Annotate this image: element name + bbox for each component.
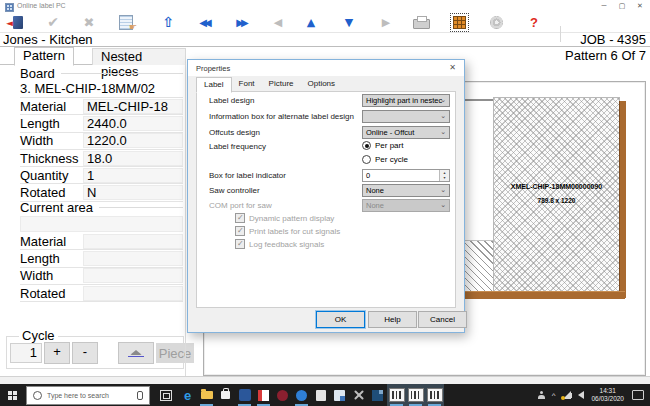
taskbar-app-redwhite[interactable] bbox=[254, 384, 273, 406]
properties-dialog: Properties ✕ Label Font Picture Options … bbox=[187, 59, 465, 333]
help-button[interactable]: ? bbox=[522, 13, 546, 31]
first-pattern-button[interactable]: ◀◀ bbox=[192, 13, 219, 31]
tab-label[interactable]: Label bbox=[196, 77, 232, 93]
row-label: Material bbox=[20, 234, 83, 249]
task-view-button[interactable] bbox=[160, 390, 172, 401]
taskbar-file-explorer[interactable] bbox=[197, 384, 216, 406]
edit-label-button[interactable]: ☛ bbox=[114, 13, 138, 31]
ok-button[interactable]: OK bbox=[316, 311, 365, 328]
row-label: Width bbox=[20, 268, 83, 283]
per-part-radio[interactable]: Per part bbox=[362, 141, 403, 150]
table-row: Length 2440.0 bbox=[20, 115, 183, 132]
tab-nested-pieces[interactable]: Nested pieces bbox=[92, 48, 186, 65]
cycle-decrement-button[interactable]: - bbox=[72, 342, 98, 364]
dialog-tab-strip: Label Font Picture Options bbox=[196, 77, 342, 91]
minimize-button[interactable]: ─ bbox=[596, 0, 612, 12]
edge-icon: e bbox=[184, 388, 191, 403]
cancel-button[interactable]: ✖ bbox=[77, 13, 101, 31]
taskbar-search[interactable]: Type here to search bbox=[26, 386, 150, 405]
dialog-close-icon[interactable]: ✕ bbox=[449, 63, 456, 72]
send-up-button[interactable]: ⇧ bbox=[156, 13, 180, 31]
board-selector[interactable]: 3. MEL-CHIP-18MM/02 bbox=[20, 81, 183, 98]
maximize-button[interactable]: ▢ bbox=[614, 0, 630, 12]
speaker-icon[interactable] bbox=[578, 391, 584, 399]
panel-divider bbox=[185, 63, 186, 376]
taskbar-label-window-1[interactable] bbox=[387, 384, 406, 406]
mound-underline bbox=[128, 356, 144, 357]
current-area-legend-text: Current area bbox=[20, 200, 93, 215]
dark-blue-app-icon bbox=[372, 390, 383, 401]
toolbar: ◄ ✔ ✖ ☛ ⇧ ◀◀ ▶▶ ◀ ▲ ▼ ▶ ? bbox=[0, 12, 650, 33]
taskbar-app-whiteblue[interactable] bbox=[330, 384, 349, 406]
current-area-legend: Current area bbox=[20, 200, 183, 215]
tools-icon bbox=[353, 389, 365, 401]
close-button[interactable]: ✕ bbox=[632, 0, 648, 12]
tab-options[interactable]: Options bbox=[301, 77, 343, 90]
next-pattern-button[interactable]: ▶ bbox=[374, 13, 398, 31]
job-number: JOB - 4395 bbox=[580, 32, 646, 47]
tab-picture[interactable]: Picture bbox=[262, 77, 301, 90]
saw-controller-label: Saw controller bbox=[209, 186, 260, 195]
label-window-icon bbox=[389, 388, 405, 402]
dialog-content-panel: Label design Highlight part in nestec In… bbox=[196, 91, 456, 308]
dialog-title-bar[interactable]: Properties ✕ bbox=[188, 60, 464, 76]
pattern-grid-button[interactable] bbox=[447, 13, 471, 31]
tray-chevron-icon[interactable]: ^ bbox=[552, 391, 556, 400]
taskbar-app-blue[interactable] bbox=[235, 384, 254, 406]
cycle-increment-button[interactable]: + bbox=[44, 342, 70, 364]
previous-pattern-button[interactable]: ◀ bbox=[266, 13, 290, 31]
piece-stack-button[interactable] bbox=[118, 342, 154, 364]
taskbar: Type here to search e ^ 14:31 06/03/2020 bbox=[0, 384, 650, 406]
taskbar-app-maroon[interactable] bbox=[273, 384, 292, 406]
exit-button[interactable]: ◄ bbox=[6, 13, 30, 31]
per-cycle-radio[interactable]: Per cycle bbox=[362, 155, 408, 164]
taskbar-edge[interactable]: e bbox=[178, 384, 197, 406]
piece-label: Piece bbox=[156, 343, 194, 363]
info-box-select[interactable] bbox=[362, 110, 450, 123]
red-white-app-icon bbox=[258, 390, 269, 401]
cycle-count-field[interactable]: 1 bbox=[10, 343, 42, 363]
tab-pattern[interactable]: Pattern bbox=[14, 47, 74, 66]
row-value: 1 bbox=[83, 168, 183, 183]
box-indicator-label: Box for label indicator bbox=[209, 171, 286, 180]
help-button-dialog[interactable]: Help bbox=[368, 311, 417, 328]
current-area-empty-cell bbox=[20, 216, 183, 232]
row-value: 2440.0 bbox=[83, 116, 183, 131]
offcuts-design-label: Offcuts design bbox=[209, 128, 260, 137]
people-tray-icon[interactable] bbox=[538, 391, 545, 399]
taskbar-store[interactable] bbox=[216, 384, 235, 406]
last-pattern-button[interactable]: ▶▶ bbox=[229, 13, 256, 31]
taskbar-app-white[interactable] bbox=[311, 384, 330, 406]
box-indicator-spinner[interactable]: 0 bbox=[362, 169, 450, 182]
print-button[interactable] bbox=[409, 13, 433, 31]
search-icon bbox=[33, 391, 42, 400]
saw-button[interactable] bbox=[484, 13, 508, 31]
start-button[interactable] bbox=[0, 384, 24, 406]
label-design-label: Label design bbox=[209, 96, 254, 105]
job-title: Jones - Kitchen bbox=[3, 32, 93, 47]
row-value bbox=[83, 234, 183, 249]
taskbar-app-darkblue[interactable] bbox=[368, 384, 387, 406]
radio-selected-icon bbox=[362, 141, 371, 150]
saw-icon bbox=[490, 16, 503, 29]
per-part-label: Per part bbox=[375, 141, 403, 150]
move-down-button[interactable]: ▼ bbox=[337, 13, 361, 31]
taskbar-app-bluecircle[interactable] bbox=[292, 384, 311, 406]
label-design-select[interactable]: Highlight part in nestec bbox=[362, 94, 450, 107]
board-offcut-region[interactable]: XMEL-CHIP-18MM00000090 789.8 x 1220 bbox=[493, 97, 620, 293]
offcuts-design-select[interactable]: Online - Offcut bbox=[362, 126, 450, 139]
notification-center-icon[interactable] bbox=[632, 390, 644, 400]
info-box-label: Information box for alternate label desi… bbox=[209, 112, 354, 121]
taskbar-label-window-2[interactable] bbox=[406, 384, 425, 406]
move-up-button[interactable]: ▲ bbox=[299, 13, 323, 31]
taskbar-app-tools[interactable] bbox=[349, 384, 368, 406]
mound-icon bbox=[130, 350, 142, 355]
tab-font[interactable]: Font bbox=[232, 77, 262, 90]
saw-controller-select[interactable]: None bbox=[362, 184, 450, 197]
taskbar-label-window-3[interactable] bbox=[425, 384, 444, 406]
confirm-button[interactable]: ✔ bbox=[41, 13, 65, 31]
row-value: 18.0 bbox=[83, 151, 183, 166]
table-row: Width 1220.0 bbox=[20, 133, 183, 150]
taskbar-clock[interactable]: 14:31 06/03/2020 bbox=[591, 387, 624, 403]
cancel-button-dialog[interactable]: Cancel bbox=[418, 311, 467, 328]
